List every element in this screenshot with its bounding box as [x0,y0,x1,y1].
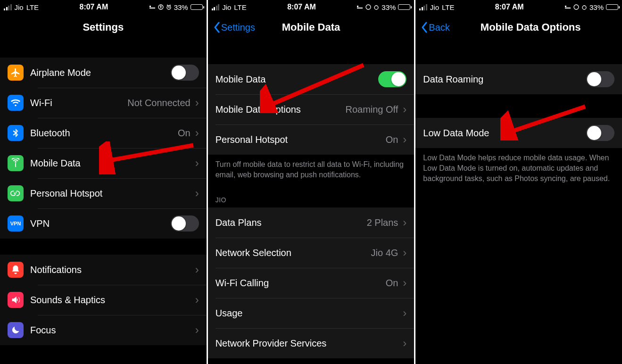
row-personal-hotspot[interactable]: Personal Hotspot › [0,178,207,208]
battery-icon [606,4,618,10]
switch-airplane[interactable] [171,65,199,81]
label-hotspot: Personal Hotspot [216,134,386,145]
signal-icon [4,4,12,10]
label-sounds: Sounds & Haptics [30,295,193,306]
status-bar: Jio LTE 8:07 AM 33% [415,0,622,13]
row-sounds[interactable]: Sounds & Haptics › [0,285,207,315]
chevron-right-icon: › [195,263,199,276]
switch-low-data[interactable] [586,125,614,141]
chevron-right-icon: › [403,133,406,146]
row-data-roaming[interactable]: Data Roaming [415,64,622,94]
bed-icon [149,4,156,10]
battery-percent: 33% [174,3,188,11]
value-hotspot: On [386,134,398,145]
label-usage: Usage [216,308,401,319]
alarm-icon [166,4,172,10]
chevron-left-icon [214,22,220,33]
status-time: 8:07 AM [495,3,524,11]
back-button[interactable]: Settings [214,22,255,33]
status-time: 8:07 AM [79,3,108,11]
label-bluetooth: Bluetooth [30,128,178,139]
svg-point-7 [582,6,586,9]
speaker-icon [8,292,24,308]
row-bluetooth[interactable]: Bluetooth On › [0,118,207,148]
bell-icon [8,262,24,278]
airplane-icon [8,65,24,81]
label-mobile-data: Mobile Data [30,158,193,169]
chevron-right-icon: › [195,96,199,109]
row-mobile-data[interactable]: Mobile Data › [0,148,207,178]
bluetooth-icon [8,125,24,141]
value-plans: 2 Plans [367,217,398,228]
screen-settings: Jio LTE 8:07 AM 33% Settings Airplane Mo… [0,0,207,364]
carrier-label: Jio [222,3,231,11]
network-label: LTE [26,3,39,11]
section-header-jio: JIO [208,189,415,207]
chevron-right-icon: › [195,293,199,306]
footer-text-mobile-data: Turn off mobile data to restrict all dat… [208,155,415,189]
location-icon [573,4,579,10]
nav-bar: Settings [0,13,207,41]
value-bluetooth: On [178,128,191,139]
switch-roaming[interactable] [586,71,614,87]
svg-point-3 [366,5,371,9]
hotspot-icon [8,185,24,201]
battery-percent: 33% [381,3,396,11]
chevron-right-icon: › [403,103,406,116]
svg-point-6 [574,5,579,9]
signal-icon [212,4,220,10]
value-network: Jio 4G [371,248,398,258]
value-wifi: Not Connected [127,98,190,108]
label-wifi-calling: Wi-Fi Calling [216,278,386,289]
signal-icon [419,4,427,10]
label-notifications: Notifications [30,265,193,275]
row-mobile-data-toggle[interactable]: Mobile Data [208,64,415,94]
row-wifi-calling[interactable]: Wi-Fi Calling On › [208,268,415,298]
switch-mobile-data[interactable] [378,71,406,87]
chevron-right-icon: › [195,323,199,337]
battery-percent: 33% [589,3,604,11]
label-network: Network Selection [216,248,371,258]
battery-icon [398,4,410,10]
page-title: Settings [0,21,207,33]
chevron-left-icon [421,22,428,33]
row-notifications[interactable]: Notifications › [0,255,207,285]
chevron-right-icon: › [403,216,406,229]
row-usage[interactable]: Usage › [208,298,415,328]
vpn-icon: VPN [8,215,24,232]
chevron-right-icon: › [403,337,406,350]
screen-mobile-data-options: Jio LTE 8:07 AM 33% Back Mobile Data Opt… [415,0,622,364]
switch-vpn[interactable] [171,215,199,232]
status-bar: Jio LTE 8:07 AM 33% [208,0,415,13]
back-button[interactable]: Back [421,22,449,33]
row-vpn[interactable]: VPN VPN [0,208,207,239]
carrier-label: Jio [430,3,439,11]
value-options: Roaming Off [345,104,398,115]
antenna-icon [8,155,24,171]
row-mobile-data-options[interactable]: Mobile Data Options Roaming Off › [208,94,415,124]
row-focus[interactable]: Focus › [0,315,207,345]
row-wifi[interactable]: Wi-Fi Not Connected › [0,88,207,118]
row-airplane-mode[interactable]: Airplane Mode [0,58,207,88]
value-wifi-calling: On [386,278,398,289]
svg-point-4 [374,6,378,9]
row-network-selection[interactable]: Network Selection Jio 4G › [208,238,415,268]
chevron-right-icon: › [403,276,406,290]
chevron-right-icon: › [195,157,199,170]
label-roaming: Data Roaming [423,74,586,85]
row-hotspot[interactable]: Personal Hotspot On › [208,124,415,155]
row-low-data-mode[interactable]: Low Data Mode [415,118,622,148]
status-time: 8:07 AM [287,3,316,11]
back-label: Settings [221,22,255,33]
alarm-icon [581,4,587,10]
network-label: LTE [234,3,246,11]
bed-icon [357,4,363,10]
row-data-plans[interactable]: Data Plans 2 Plans › [208,207,415,238]
chevron-right-icon: › [195,187,199,200]
label-wifi: Wi-Fi [30,98,127,108]
row-provider-services[interactable]: Network Provider Services › [208,328,415,358]
nav-bar: Settings Mobile Data [208,13,415,41]
status-bar: Jio LTE 8:07 AM 33% [0,0,207,13]
location-icon [158,4,164,10]
chevron-right-icon: › [403,246,406,259]
